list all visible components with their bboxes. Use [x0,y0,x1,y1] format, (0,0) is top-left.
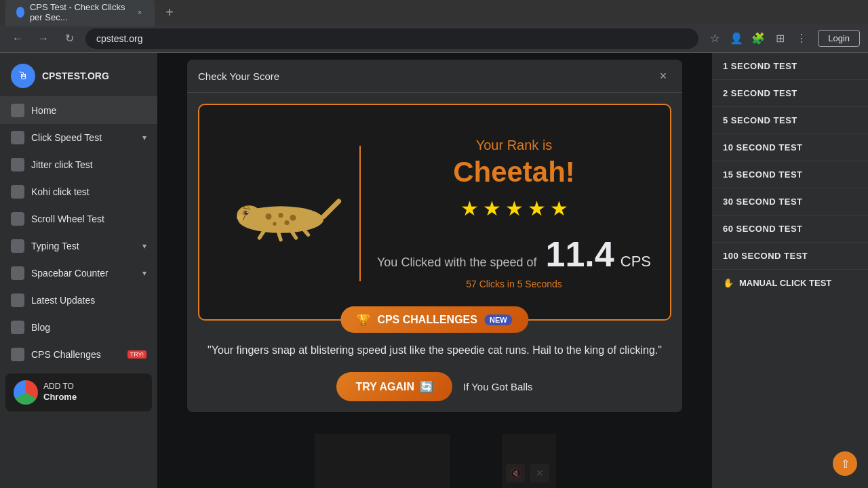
cps-challenges-button[interactable]: 🏆 CPS CHALLENGES NEW [340,306,528,333]
manual-click-test-item[interactable]: ✋ MANUAL CLICK TEST [712,270,868,296]
svg-point-4 [273,222,276,226]
right-panel-item-1-second[interactable]: 1 SECOND TEST [712,53,868,80]
result-card: Your Rank is Cheetah! ★ ★ ★ ★ ★ You Clic… [198,104,671,321]
star-4: ★ [528,197,546,220]
tab-favicon [16,7,24,18]
try-again-label: TRY AGAIN [355,381,414,393]
tab-title: CPS Test - Check Clicks per Sec... [30,2,130,22]
star-3: ★ [505,197,524,220]
sidebar-item-kohi-click[interactable]: Kohi click test [0,178,157,205]
profile-icon[interactable]: 👤 [727,29,746,48]
svg-point-3 [290,215,296,221]
try-again-button[interactable]: TRY AGAIN 🔄 [336,372,452,401]
svg-point-1 [266,214,272,220]
home-icon [11,104,24,117]
sidebar-item-scroll-wheel[interactable]: Scroll Wheel Test [0,205,157,232]
blog-icon [11,321,24,334]
sidebar-item-challenges-label: CPS Challenges [31,349,101,360]
browser-tab[interactable]: CPS Test - Check Clicks per Sec... × [5,0,155,26]
jitter-icon [11,158,24,171]
star-1: ★ [460,197,479,220]
challenges-btn-label: CPS CHALLENGES [377,314,477,326]
modal-footer: TRY AGAIN 🔄 If You Got Balls [198,372,671,401]
typing-icon [11,239,24,253]
sidebar-item-cps-challenges[interactable]: CPS Challenges TRY! [0,341,157,368]
new-tab-button[interactable]: + [160,3,179,22]
sidebar-item-latest-updates[interactable]: Latest Updates [0,287,157,314]
sidebar-item-spacebar-label: Spacebar Counter [31,268,108,279]
main-area: 🔇 ✕ Check Your Score × [157,53,712,488]
sidebar-item-spacebar[interactable]: Spacebar Counter ▾ [0,260,157,287]
split-view-icon[interactable]: ⊞ [770,29,789,48]
right-panel-item-2-second[interactable]: 2 SECOND TEST [712,80,868,107]
sidebar-item-click-speed-label: Click Speed Test [31,132,102,143]
right-panel-item-5-second[interactable]: 5 SECOND TEST [712,107,868,134]
svg-point-2 [278,213,283,218]
refresh-icon: 🔄 [420,380,433,393]
click-speed-icon [11,131,24,144]
animal-illustration [213,183,349,244]
modal-body: Your Rank is Cheetah! ★ ★ ★ ★ ★ You Clic… [187,93,682,412]
rank-name: Cheetah! [372,156,656,188]
modal-title: Check Your Score [198,70,279,82]
sidebar-logo: 🖱 CPSTEST.ORG [0,53,157,97]
challenges-btn-icon: 🏆 [357,313,370,326]
page-content: 🖱 CPSTEST.ORG Home Click Speed Test ▾ Ji… [0,53,868,488]
sidebar-item-blog[interactable]: Blog [0,314,157,341]
right-panel-item-10-second[interactable]: 10 SECOND TEST [712,134,868,161]
toolbar-icons: ☆ 👤 🧩 ⊞ ⋮ [705,29,811,48]
star-5: ★ [550,197,568,220]
right-panel: 1 SECOND TEST 2 SECOND TEST 5 SECOND TES… [712,53,868,488]
sidebar-item-typing-label: Typing Test [31,241,79,251]
sidebar-item-click-speed-test[interactable]: Click Speed Test ▾ [0,124,157,151]
kohi-icon [11,185,24,199]
forward-button[interactable]: → [34,29,53,48]
result-info: Your Rank is Cheetah! ★ ★ ★ ★ ★ You Clic… [372,138,656,289]
tab-close-button[interactable]: × [136,7,144,18]
svg-point-5 [284,220,289,225]
sidebar-item-kohi-label: Kohi click test [31,186,90,197]
manual-icon: ✋ [723,278,734,288]
extensions-icon[interactable]: 🧩 [749,29,768,48]
speed-line: You Clicked with the speed of 11.4 CPS [372,234,656,274]
result-modal: Check Your Score × [187,60,682,412]
result-divider [359,146,361,281]
speed-value: 11.4 [546,235,614,274]
sidebar-item-updates-label: Latest Updates [31,295,95,306]
right-panel-item-30-second[interactable]: 30 SECOND TEST [712,188,868,216]
login-button[interactable]: Login [818,30,860,47]
sidebar-item-jitter-click[interactable]: Jitter click Test [0,151,157,178]
scroll-to-top-button[interactable]: ⇧ [833,451,857,476]
address-bar: ← → ↻ ☆ 👤 🧩 ⊞ ⋮ Login [0,24,868,53]
back-button[interactable]: ← [8,29,27,48]
sidebar-item-home-label: Home [31,105,56,116]
challenges-icon [11,348,24,361]
url-input[interactable] [85,28,698,49]
logo-text: CPSTEST.ORG [42,70,109,81]
scroll-icon [11,212,24,226]
modal-close-button[interactable]: × [655,68,671,84]
if-balls-text: If You Got Balls [463,381,533,392]
modal-quote: "Your fingers snap at blistering speed j… [198,342,671,359]
typing-arrow: ▾ [142,241,146,251]
tab-bar: CPS Test - Check Clicks per Sec... × + [0,0,868,24]
sidebar-item-blog-label: Blog [31,322,50,333]
sidebar-item-home[interactable]: Home [0,97,157,124]
clicks-detail: 57 Clicks in 5 Seconds [372,279,656,289]
chrome-promo[interactable]: ADD TO Chrome [5,373,152,411]
stars-container: ★ ★ ★ ★ ★ [372,197,656,220]
rank-label: Your Rank is [372,138,656,153]
manual-test-label: MANUAL CLICK TEST [739,278,831,288]
chrome-icon [14,380,38,405]
reload-button[interactable]: ↻ [60,29,79,48]
right-panel-item-60-second[interactable]: 60 SECOND TEST [712,216,868,243]
more-icon[interactable]: ⋮ [792,29,811,48]
sidebar-item-jitter-label: Jitter click Test [31,159,93,170]
right-panel-item-100-second[interactable]: 100 SECOND TEST [712,243,868,270]
sidebar-item-typing-test[interactable]: Typing Test ▾ [0,232,157,260]
bookmark-icon[interactable]: ☆ [705,29,724,48]
sidebar-item-scroll-label: Scroll Wheel Test [31,214,104,224]
right-panel-item-15-second[interactable]: 15 SECOND TEST [712,161,868,188]
new-badge: NEW [484,314,513,325]
chrome-promo-text: ADD TO Chrome [43,382,77,403]
